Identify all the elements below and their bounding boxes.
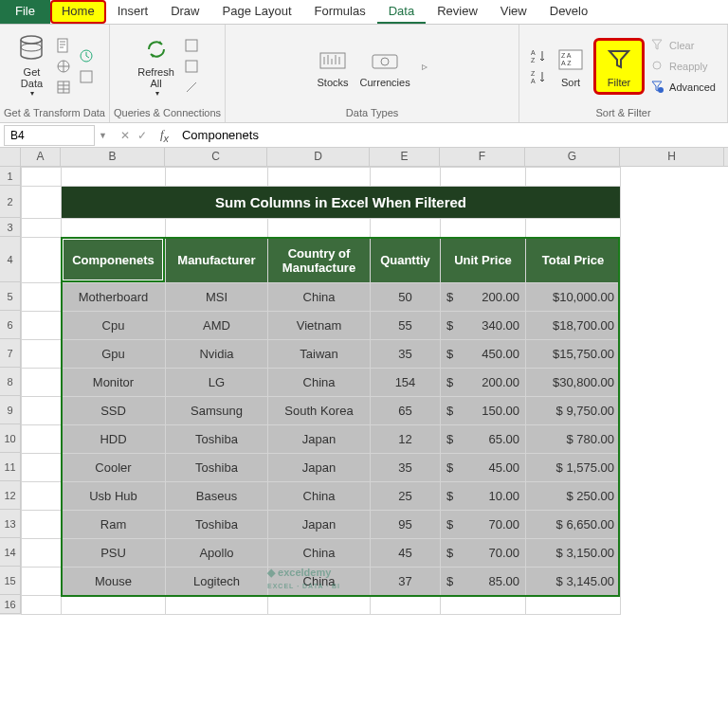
edit-links-button[interactable] (182, 78, 201, 97)
get-data-button[interactable]: Get Data▾ (12, 32, 50, 99)
existing-connections-button[interactable] (77, 67, 96, 86)
col-header-h[interactable]: H (620, 148, 724, 166)
svg-text:Z A: Z A (561, 52, 572, 59)
stocks-icon (318, 45, 348, 75)
currencies-button[interactable]: Currencies (356, 43, 414, 90)
table-row[interactable]: HDDToshibaJapan12 $65.00 $ 780.00 (22, 425, 725, 454)
link-icon (184, 38, 199, 53)
edit-links-icon (184, 80, 199, 95)
advanced-filter-button[interactable]: Advanced (648, 78, 718, 97)
header-unit-price[interactable]: Unit Price (441, 238, 526, 283)
row-header-4[interactable]: 4 (0, 237, 21, 282)
header-total-price[interactable]: Total Price (526, 238, 621, 283)
table-row[interactable]: MouseLogitechChina37 $85.00 $ 3,145.00 (22, 568, 725, 596)
svg-text:A: A (531, 78, 536, 84)
tab-draw[interactable]: Draw (159, 0, 210, 24)
row-header-2[interactable]: 2 (0, 186, 21, 218)
sort-ascending-button[interactable]: AZ (529, 46, 548, 65)
row-header-10[interactable]: 10 (0, 424, 21, 453)
fx-icon[interactable]: fx (155, 127, 174, 144)
header-country[interactable]: Country of Manufacture (268, 238, 371, 283)
funnel-icon (604, 45, 634, 75)
advanced-icon (650, 80, 665, 95)
queries-connections-button[interactable] (182, 36, 201, 55)
tab-file[interactable]: File (0, 0, 50, 24)
name-box-dropdown-icon[interactable]: ▼ (99, 131, 113, 140)
row-header-14[interactable]: 14 (0, 538, 21, 567)
col-header-f[interactable]: F (440, 148, 525, 166)
table-row[interactable]: Usb HubBaseusChina25 $10.00 $ 250.00 (22, 482, 725, 511)
row-header-11[interactable]: 11 (0, 453, 21, 481)
tab-formulas[interactable]: Formulas (303, 0, 377, 24)
svg-point-19 (658, 87, 664, 93)
stocks-button[interactable]: Stocks (313, 43, 352, 90)
header-components[interactable]: Componenets (62, 238, 166, 283)
sort-az-za: AZ ZA (529, 46, 548, 86)
table-row[interactable]: CoolerToshibaJapan35 $45.00 $ 1,575.00 (22, 454, 725, 482)
row-header-12[interactable]: 12 (0, 481, 21, 510)
sort-descending-button[interactable]: ZA (529, 67, 548, 86)
svg-rect-8 (186, 61, 197, 72)
tab-page-layout[interactable]: Page Layout (211, 0, 303, 24)
svg-point-11 (381, 58, 389, 65)
scroll-right-icon[interactable]: ▹ (418, 60, 431, 73)
recent-sources-button[interactable] (77, 46, 96, 65)
enter-formula-icon[interactable]: ✓ (137, 129, 147, 142)
cancel-formula-icon[interactable]: ✕ (120, 129, 130, 142)
title-cell[interactable]: Sum Columns in Excel When Filtered (62, 187, 621, 219)
col-header-c[interactable]: C (165, 148, 267, 166)
tab-data[interactable]: Data (377, 0, 426, 24)
from-text-button[interactable] (54, 36, 73, 55)
table-row[interactable]: MotherboardMSIChina50 $200.00 $10,000.00 (22, 283, 725, 312)
row-header-7[interactable]: 7 (0, 339, 21, 368)
ribbon-tabs: File Home Insert Draw Page Layout Formul… (0, 0, 728, 25)
tab-view[interactable]: View (489, 0, 538, 24)
header-manufacturer[interactable]: Manufacturer (166, 238, 268, 283)
name-box[interactable] (4, 125, 95, 146)
tab-insert[interactable]: Insert (106, 0, 160, 24)
row-header-15[interactable]: 15 (0, 567, 21, 595)
select-all-corner[interactable] (0, 148, 21, 166)
refresh-all-button[interactable]: Refresh All▾ (134, 32, 178, 99)
col-header-b[interactable]: B (61, 148, 165, 166)
table-row[interactable]: RamToshibaJapan95 $70.00 $ 6,650.00 (22, 511, 725, 539)
properties-button[interactable] (182, 57, 201, 76)
row-headers: 12345678910111213141516 (0, 167, 21, 615)
tab-developer[interactable]: Develo (538, 0, 599, 24)
col-header-e[interactable]: E (370, 148, 440, 166)
row-header-8[interactable]: 8 (0, 368, 21, 396)
filter-button[interactable]: Filter (593, 38, 645, 95)
row-header-13[interactable]: 13 (0, 510, 21, 538)
table-row[interactable]: MonitorLGChina154 $200.00 $30,800.00 (22, 369, 725, 397)
table-row[interactable]: SSDSamsungSouth Korea65 $150.00 $ 9,750.… (22, 397, 725, 425)
watermark-logo-icon: ◆ (267, 567, 275, 578)
row-header-16[interactable]: 16 (0, 595, 21, 614)
row-header-6[interactable]: 6 (0, 311, 21, 339)
row-header-9[interactable]: 9 (0, 396, 21, 424)
row-header-3[interactable]: 3 (0, 218, 21, 237)
refresh-icon (141, 34, 172, 64)
cells-area[interactable]: Sum Columns in Excel When Filtered Compo… (21, 167, 728, 615)
col-header-a[interactable]: A (21, 148, 61, 166)
clear-filter-button[interactable]: Clear (648, 36, 718, 55)
reapply-filter-button[interactable]: Reapply (648, 57, 718, 76)
tab-home[interactable]: Home (50, 0, 106, 24)
svg-text:A: A (531, 49, 536, 56)
sort-button[interactable]: Z AA Z Sort (552, 43, 590, 90)
tab-review[interactable]: Review (426, 0, 489, 24)
formula-input[interactable] (174, 125, 728, 145)
header-quantity[interactable]: Quanttiy (371, 238, 441, 283)
table-row[interactable]: GpuNvidiaTaiwan35 $450.00 $15,750.00 (22, 340, 725, 369)
col-header-g[interactable]: G (525, 148, 620, 166)
properties-icon (184, 59, 199, 74)
table-row[interactable]: CpuAMDVietnam55 $340.00 $18,700.00 (22, 312, 725, 340)
row-header-1[interactable]: 1 (0, 167, 21, 186)
col-header-d[interactable]: D (267, 148, 370, 166)
globe-icon (56, 59, 71, 74)
clear-icon (650, 38, 665, 53)
from-web-button[interactable] (54, 57, 73, 76)
from-table-button[interactable] (54, 78, 73, 97)
row-header-5[interactable]: 5 (0, 282, 21, 311)
table-row[interactable]: PSUApolloChina45 $70.00 $ 3,150.00 (22, 539, 725, 568)
group-sort-filter: AZ ZA Z AA Z Sort Filter Clear Reapply A… (519, 25, 728, 122)
